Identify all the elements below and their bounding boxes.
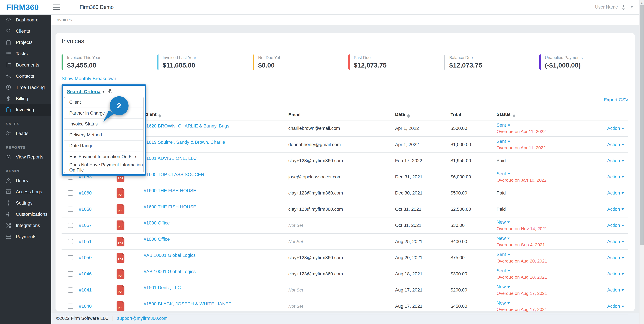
invoice-number-link[interactable]: #1041 — [79, 287, 92, 293]
status-dropdown[interactable]: Paid — [496, 207, 570, 212]
invoice-number-link[interactable]: #1060 — [79, 190, 92, 196]
support-email-link[interactable]: support@myfirm360.com — [117, 316, 168, 321]
sidebar-item[interactable]: Clients — [0, 26, 51, 37]
action-dropdown[interactable]: Action — [607, 142, 624, 147]
action-dropdown[interactable]: Action — [607, 126, 624, 131]
search-criteria-menu-item[interactable]: Does Not Have Payment Information On Fil… — [64, 162, 144, 173]
row-checkbox[interactable] — [68, 304, 73, 309]
row-checkbox[interactable] — [68, 207, 73, 212]
status-dropdown[interactable]: Sent — [496, 268, 570, 273]
sidebar-item[interactable]: Customizations — [0, 209, 51, 220]
invoice-number-link[interactable]: #1057 — [79, 223, 92, 228]
sidebar-item[interactable]: Settings — [0, 197, 51, 209]
email-text: clay+123@myfirm360.com — [288, 190, 343, 196]
client-link[interactable]: #AB.10001 Global Logics — [144, 253, 196, 258]
search-criteria-menu-item[interactable]: Date Range — [64, 141, 144, 151]
client-link[interactable]: #1600 THE FISH HOUSE — [144, 204, 196, 209]
sidebar-item[interactable]: Payments — [0, 231, 51, 242]
search-criteria-menu-item[interactable]: Partner in Charge — [64, 108, 144, 119]
action-dropdown[interactable]: Action — [607, 287, 624, 293]
action-dropdown[interactable]: Action — [607, 158, 624, 163]
invoice-number-link[interactable]: #1040 — [79, 304, 92, 309]
pdf-icon[interactable]: PDF — [116, 221, 124, 230]
hamburger-menu-icon[interactable] — [53, 4, 60, 10]
sidebar-item[interactable]: Invoicing — [0, 104, 51, 115]
pdf-icon[interactable]: PDF — [116, 269, 124, 279]
client-link[interactable]: #1605 TOP CLASS SOCCER — [144, 172, 204, 177]
action-dropdown[interactable]: Action — [607, 174, 624, 179]
show-monthly-breakdown-link[interactable]: Show Monthly Breakdown — [62, 76, 116, 81]
sidebar-item[interactable]: Dashboard — [0, 14, 51, 26]
sidebar-item[interactable]: Documents — [0, 59, 51, 70]
sidebar-item[interactable]: Access Logs — [0, 186, 51, 197]
row-checkbox[interactable] — [68, 223, 73, 228]
status-dropdown[interactable]: Sent — [496, 171, 570, 176]
search-criteria-menu-item[interactable]: Invoice Status — [64, 119, 144, 130]
status-dropdown[interactable]: Sent — [496, 122, 570, 128]
sidebar-item[interactable]: View Reports — [0, 151, 51, 163]
row-checkbox[interactable] — [68, 288, 73, 293]
status-dropdown[interactable]: Sent — [496, 252, 570, 257]
firm360-logo[interactable]: FIRM360 — [0, 3, 51, 12]
status-dropdown[interactable]: Paid — [496, 158, 570, 163]
status-dropdown[interactable]: Paid — [496, 190, 570, 196]
sidebar-item[interactable]: Leads — [0, 128, 51, 139]
status-dropdown[interactable]: New — [496, 284, 570, 290]
invoice-number-link[interactable]: #1050 — [79, 255, 92, 260]
pdf-icon[interactable]: PDF — [116, 204, 124, 214]
export-csv-link[interactable]: Export CSV — [604, 97, 628, 102]
status-dropdown[interactable]: New — [496, 300, 570, 306]
client-link[interactable]: #1501 Dentz, LLC. — [144, 285, 182, 290]
sidebar-item[interactable]: Projects — [0, 37, 51, 48]
row-checkbox[interactable] — [68, 239, 73, 244]
client-link[interactable]: #1001 ADVISE ONE, LLC — [144, 156, 196, 161]
client-link[interactable]: #1600 THE FISH HOUSE — [144, 188, 196, 193]
pdf-icon[interactable]: PDF — [116, 237, 124, 247]
search-criteria-toggle[interactable]: Search Criteria — [67, 89, 105, 94]
scrollbar-thumb[interactable] — [640, 5, 644, 245]
search-criteria-menu-item[interactable]: Has Payment Information On File — [64, 151, 144, 162]
status-dropdown[interactable]: New — [496, 220, 570, 225]
client-link[interactable]: #AB.10001 Global Logics — [144, 269, 196, 274]
invoice-number-link[interactable]: #1058 — [79, 207, 92, 212]
sidebar-item[interactable]: Time Tracking — [0, 82, 51, 93]
pdf-icon[interactable]: PDF — [116, 285, 124, 295]
search-criteria-menu-item[interactable]: Client — [64, 97, 144, 108]
sidebar-item[interactable]: Integrations — [0, 220, 51, 231]
row-checkbox[interactable] — [68, 190, 73, 196]
pdf-icon[interactable]: PDF — [116, 188, 124, 198]
sidebar-item[interactable]: Tasks — [0, 48, 51, 59]
action-dropdown[interactable]: Action — [607, 190, 624, 196]
action-dropdown[interactable]: Action — [607, 239, 624, 244]
pdf-icon[interactable]: PDF — [116, 301, 124, 311]
status-dropdown[interactable]: Sent — [496, 139, 570, 144]
sidebar-item[interactable]: Contacts — [0, 70, 51, 82]
header-client[interactable]: Client — [139, 112, 284, 118]
pdf-icon[interactable]: PDF — [116, 253, 124, 263]
client-link[interactable]: #1500 BLACK, JOSEPH & WHITE, JANET — [144, 301, 231, 307]
client-link[interactable]: #1620 BROWN, CHARLIE & Bunny, Bugs — [144, 123, 229, 128]
action-dropdown[interactable]: Action — [607, 207, 624, 212]
action-dropdown[interactable]: Action — [607, 223, 624, 228]
invoice-number-link[interactable]: #1051 — [79, 239, 92, 244]
action-dropdown[interactable]: Action — [607, 304, 624, 309]
row-checkbox[interactable] — [68, 255, 73, 261]
header-status[interactable]: Status — [492, 112, 570, 118]
sidebar-item[interactable]: Users — [0, 175, 51, 186]
invoice-number-link[interactable]: #1046 — [79, 271, 92, 277]
sidebar-item[interactable]: Billing — [0, 93, 51, 104]
header-date[interactable]: Date — [390, 112, 446, 118]
search-criteria-menu-item[interactable]: Delivery Method — [64, 130, 144, 141]
row-checkbox[interactable] — [68, 271, 73, 277]
sidebar-item-label: Users — [16, 178, 28, 183]
status-dropdown[interactable]: New — [496, 236, 570, 241]
gear-icon[interactable] — [621, 4, 626, 10]
client-link[interactable]: #1000 Office — [144, 237, 170, 242]
action-dropdown[interactable]: Action — [607, 255, 624, 260]
client-link[interactable]: #1000 Office — [144, 220, 170, 226]
user-menu[interactable]: User Name — [595, 4, 633, 10]
action-dropdown[interactable]: Action — [607, 271, 624, 277]
scrollbar[interactable]: ▲ — [639, 0, 644, 324]
client-link[interactable]: #1619 Squirrel, Sandy & Brown, Charlie — [144, 140, 225, 145]
scrollbar-up-arrow[interactable]: ▲ — [640, 0, 644, 5]
